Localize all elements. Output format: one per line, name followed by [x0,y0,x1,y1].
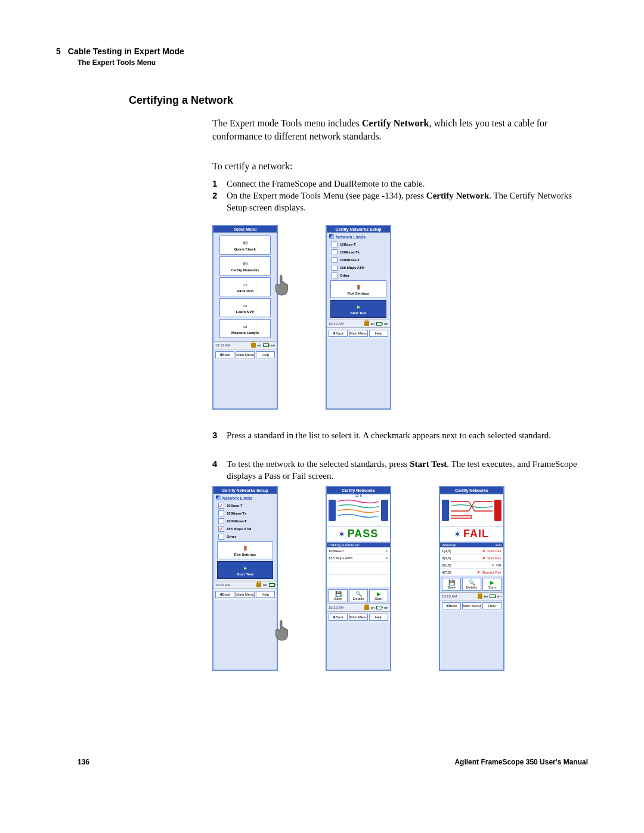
wiremap-diagram: 12 ft [327,495,390,526]
length-label: 12 ft [327,494,390,497]
setup-title: Certify Networks Setup [213,487,277,494]
start-test-button[interactable]: ▶Start Test [330,300,386,318]
start-button[interactable]: ▶Start [482,578,501,591]
battery-icon [490,594,496,598]
disk-icon: 💾 [448,580,455,586]
help-button[interactable]: Help [369,614,388,621]
disk-icon: 💾 [335,591,342,597]
start-test-button[interactable]: ▶Start Test [217,561,273,579]
results-table: WiremapFail 1(4,5)✗Split Pair 3(3,6)✗Spl… [440,542,503,576]
page-number: 136 [78,758,89,766]
table-row: 3(3,6)✗Split Pair [440,555,503,562]
blink-port-button[interactable]: ▭Blink Port [219,277,271,296]
clock-label: 10:13 AM [329,322,343,326]
quick-check-button[interactable]: ➿Quick Check [219,236,271,255]
learn-nvp-button[interactable]: ▭Learn NVP [219,298,271,317]
limit-1000base-t[interactable]: 1000Base-T [332,257,385,263]
save-button[interactable]: 💾Save [442,578,461,591]
step-2: 2 On the Expert mode Tools Menu (see pag… [212,190,588,214]
main-menu-button[interactable]: Main Menu [349,330,368,337]
help-button[interactable]: Help [482,602,501,609]
ruler-icon: ▭ [243,323,247,330]
connector-right-icon [381,500,388,521]
port-icon: ▭ [243,281,247,289]
checkmark-icon: ✓ [491,563,494,567]
screenshot-certify-setup: Certify Networks Setup Network Limits 10… [326,225,391,410]
limit-155-atm[interactable]: ✓155 Mbps ATM [218,526,272,532]
page-title: Certifying a Network [129,94,233,107]
main-menu-button[interactable]: Main Menu [349,614,368,621]
main-menu-button[interactable]: Main Menu [236,591,255,598]
screenshot-certify-setup-selected: Certify Networks Setup Network Limits ✓1… [212,486,278,671]
certify-networks-button[interactable]: ➿Certify Networks [219,256,271,275]
cable-icon: ➿ [243,240,248,247]
play-icon: ▶ [377,591,381,597]
step-1: 1 Connect the FrameScope and DualRemote … [212,178,588,190]
details-button[interactable]: 🔍Details [462,578,481,591]
clock-label: 10:22 AM [442,594,457,598]
result-title: Certify Networks [327,487,390,494]
lock-icon [256,583,261,587]
limit-1000base-t[interactable]: 1000Base-T [218,518,272,524]
star-icon: ✶ [339,530,345,538]
limit-other[interactable]: Other [218,534,272,540]
main-menu-button[interactable]: Main Menu [462,602,481,609]
wiremap-diagram [440,495,503,526]
back-button[interactable]: Back [329,614,348,621]
limit-10base-t[interactable]: 10Base-T [332,241,385,247]
screenshot-fail-result: Certify Networks ✶FAIL WiremapFail 1(4,5… [439,486,504,671]
lock-icon [251,343,256,348]
pass-badge: ✶PASS [327,527,390,541]
screenshot-pass-result: Certify Networks 12 ft ✶PASS Cabling sui… [326,486,391,671]
chapter-number: 5 [56,47,61,56]
limit-100base-tx[interactable]: 100Base-Tx [218,510,272,516]
measure-length-button[interactable]: ▭Measure Length [219,319,271,338]
main-menu-button[interactable]: Main Menu [236,351,255,358]
help-button[interactable]: Help [256,591,275,598]
magnifier-icon: 🔍 [469,580,475,586]
lock-icon [364,321,369,326]
limit-100base-tx[interactable]: 100Base-Tx [332,249,385,255]
start-button[interactable]: ▶Start [369,589,388,602]
checkmark-icon: ✓ [219,503,224,509]
fail-badge: ✶FAIL [440,527,503,541]
save-button[interactable]: 💾Save [329,589,348,602]
connector-right-icon [494,500,501,521]
back-button[interactable]: Back [329,330,348,337]
hand-pointer-icon [272,271,297,296]
setup-title: Certify Networks Setup [327,226,390,233]
result-title: Certify Networks [440,487,503,494]
cable-check-icon: ➿ [243,261,248,268]
limit-10base-t[interactable]: ✓10Base-T [218,503,272,509]
checkmark-icon: ✓ [219,527,224,532]
lock-icon [478,594,482,599]
table-row [327,562,390,568]
back-button[interactable]: Back [442,602,461,609]
details-button[interactable]: 🔍Details [349,589,368,602]
help-button[interactable]: Help [369,330,388,337]
table-row [327,568,390,575]
exit-settings-button[interactable]: 🚪Exit Settings [330,280,386,298]
back-arrow-icon [333,615,335,619]
network-icon [216,496,221,500]
battery-icon [376,606,382,609]
back-arrow-icon [446,604,448,608]
checkmark-icon: ✓ [385,556,388,560]
table-row: 155 Mbps ATM✓ [327,555,390,562]
limit-155-atm[interactable]: 155 Mbps ATM [332,265,385,271]
magnifier-icon: 🔍 [355,591,362,597]
lead-in: To certify a network: [212,160,588,173]
limit-other[interactable]: Other [332,272,385,278]
back-arrow-icon [219,353,222,357]
manual-title: Agilent FrameScope 350 User's Manual [454,758,588,766]
play-icon: ▶ [490,580,494,586]
back-button[interactable]: Back [215,591,234,598]
exit-settings-button[interactable]: 🚪Exit Settings [217,541,273,559]
back-button[interactable]: Back [215,351,234,358]
cross-icon: ✗ [482,556,485,560]
help-button[interactable]: Help [256,351,275,358]
nvp-icon: ▭ [243,302,247,309]
back-arrow-icon [219,593,222,596]
screenshot-tools-menu: Tools Menu ➿Quick Check ➿Certify Network… [212,225,278,410]
door-icon: 🚪 [356,284,361,291]
